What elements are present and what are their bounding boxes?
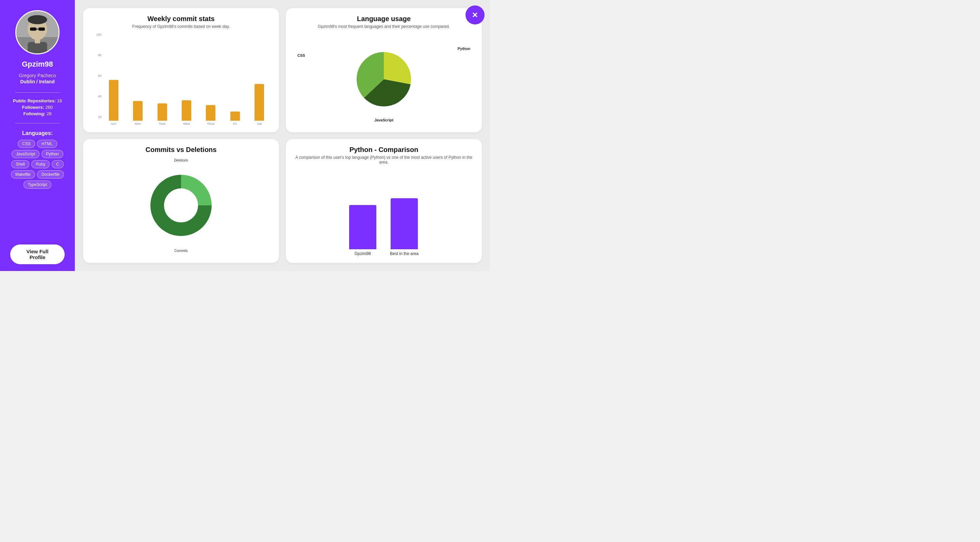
pie-chart-area: CSS Python JavaScript (294, 33, 474, 125)
bar-group: Fri (224, 111, 247, 125)
y-axis: 10080604020 (91, 33, 102, 119)
lang-tag-c: C (52, 160, 64, 168)
bar-group: Mon (126, 101, 149, 125)
y-label: 20 (98, 115, 102, 119)
view-full-profile-button[interactable]: View Full Profile (10, 244, 65, 264)
language-usage-card: Language usage Gpzim98's most frequent l… (286, 8, 482, 132)
pie-slice-css (384, 52, 411, 84)
comp-bar-best: Best in the area (390, 198, 418, 256)
bar-chart-area: 10080604020 SunMonTuesWedThursFriSat (91, 33, 271, 125)
avatar (15, 10, 60, 54)
bar (133, 101, 143, 121)
following-stat: Following: 28 (5, 111, 69, 116)
svg-rect-8 (35, 39, 40, 43)
lang-tag-typescript: TypeScript (24, 181, 52, 189)
bar (158, 103, 167, 120)
bar-x-label: Wed (183, 122, 189, 125)
bar-group: Wed (175, 100, 198, 125)
sidebar-username: Gpzim98 (22, 60, 53, 69)
bar-x-label: Sun (111, 122, 116, 125)
commits-deletions-card: Commits vs Deletions Deletions Commits (83, 139, 279, 263)
languages-heading: Languages: (22, 130, 53, 136)
language-usage-subtitle: Gpzim98's most frequent languages and th… (294, 24, 474, 29)
close-button[interactable]: × (466, 5, 485, 24)
lang-tag-dockerfile: Dockerfile (37, 170, 64, 179)
lang-tag-css: CSS (18, 140, 35, 148)
followers-stat: Followers: 260 (5, 105, 69, 110)
bar-group: Thurs (199, 105, 222, 125)
svg-rect-7 (27, 42, 47, 53)
language-tags: CSSHTMLJavaScriptPythonShellRubyCMakefil… (5, 140, 69, 189)
bar-group: Sat (248, 84, 271, 125)
donut-center (165, 189, 197, 222)
lang-tag-makefile: Makefile (11, 170, 35, 179)
commits-label: Commits (174, 249, 188, 253)
python-label: Python (458, 47, 470, 51)
lang-tag-python: Python (41, 150, 63, 158)
donut-chart-area: Deletions Commits (91, 155, 271, 257)
comparison-bars: Gpzim98 Best in the area (349, 202, 418, 256)
sidebar-location: Dublin / Ireland (20, 79, 54, 84)
y-label: 80 (98, 53, 102, 57)
lang-tag-javascript: JavaScript (11, 150, 40, 158)
donut-chart-svg (143, 168, 218, 243)
comp-bar-user-bar (349, 205, 376, 249)
comp-bar-best-bar (391, 198, 418, 249)
comp-bar-user-label: Gpzim98 (355, 251, 371, 256)
bar (182, 100, 191, 121)
bar (231, 111, 240, 120)
bar-x-label: Thurs (207, 122, 215, 125)
pie-chart-svg (350, 45, 418, 113)
bar-x-label: Sat (257, 122, 262, 125)
python-comparison-card: Python - Comparison A comparison of this… (286, 139, 482, 263)
weekly-commit-subtitle: Frequency of Gpzim98's commits based on … (91, 24, 271, 29)
repos-stat: Public Repositories: 18 (5, 98, 69, 103)
commits-deletions-title: Commits vs Deletions (91, 146, 271, 154)
lang-tag-shell: Shell (11, 160, 29, 168)
sidebar: Gpzim98 Gregory Pacheco Dublin / Ireland… (0, 0, 75, 271)
weekly-commit-card: Weekly commit stats Frequency of Gpzim98… (83, 8, 279, 132)
bar (109, 80, 118, 121)
sidebar-real-name: Gregory Pacheco (19, 73, 56, 78)
javascript-label: JavaScript (374, 118, 393, 122)
css-label: CSS (298, 53, 305, 57)
lang-tag-ruby: Ruby (31, 160, 50, 168)
bar (255, 84, 264, 121)
lang-tag-html: HTML (37, 140, 57, 148)
language-usage-title: Language usage (294, 15, 474, 23)
close-icon: × (472, 10, 478, 20)
divider-top (15, 92, 60, 93)
y-label: 40 (98, 95, 102, 98)
bars-container: SunMonTuesWedThursFriSat (102, 80, 271, 125)
main-content: × Weekly commit stats Frequency of Gpzim… (75, 0, 490, 271)
comp-bar-best-label: Best in the area (390, 251, 418, 256)
bar-x-label: Mon (135, 122, 141, 125)
python-comparison-title: Python - Comparison (294, 146, 474, 154)
y-label: 100 (96, 33, 102, 36)
stats-section: Public Repositories: 18 Followers: 260 F… (5, 98, 69, 118)
bar-group: Tues (151, 103, 173, 125)
bar-x-label: Tues (159, 122, 166, 125)
weekly-commit-title: Weekly commit stats (91, 15, 271, 23)
bar-group: Sun (102, 80, 125, 125)
bar-chart-inner: 10080604020 SunMonTuesWedThursFriSat (91, 33, 271, 125)
comp-bar-user: Gpzim98 (349, 205, 376, 256)
svg-point-6 (27, 15, 47, 24)
divider-bottom (15, 123, 60, 124)
comparison-area: Gpzim98 Best in the area (294, 169, 474, 257)
bar-x-label: Fri (234, 122, 237, 125)
deletions-label: Deletions (174, 158, 188, 162)
bar (206, 105, 215, 121)
y-label: 60 (98, 74, 102, 78)
python-comparison-subtitle: A comparison of this user's top language… (294, 155, 474, 165)
svg-rect-4 (38, 27, 45, 31)
svg-rect-3 (30, 27, 37, 31)
